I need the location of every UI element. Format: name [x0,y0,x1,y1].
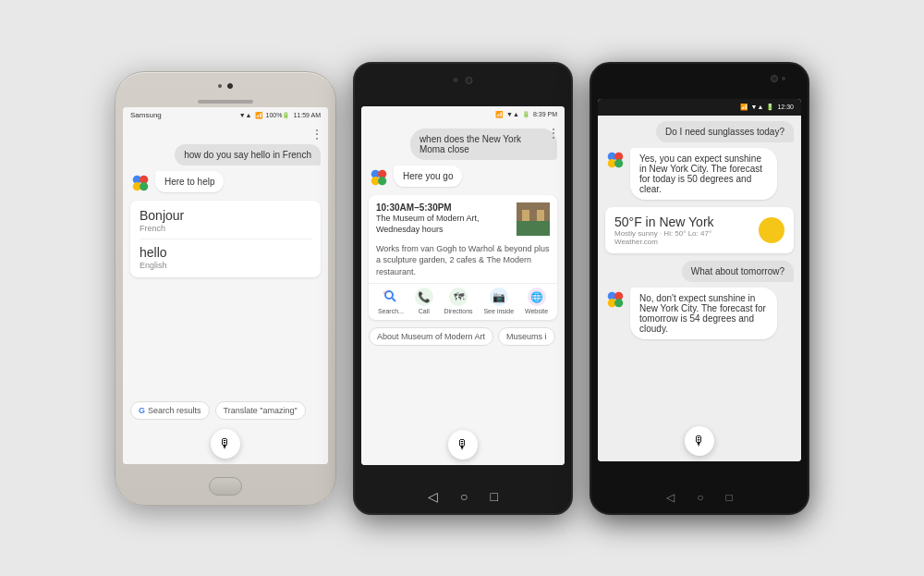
svg-point-7 [378,177,386,185]
nexus-assistant-icon [369,167,389,188]
weather-card: 50°F in New York Mostly sunny · Hi: 50° … [605,207,794,253]
museums-label: Museums i [506,332,547,341]
call-label: Call [419,308,430,314]
see-inside-circle-icon: 📷 [490,288,508,306]
pixel-home-icon[interactable]: ○ [697,491,703,504]
action-see-inside[interactable]: 📷 See inside [483,288,514,314]
svg-line-13 [392,298,395,301]
pixel-recents-icon[interactable]: □ [726,491,733,504]
about-museum-label: About Museum of Modern Art [377,332,485,341]
pixel-a2-text: No, don't expect sunshine in New York Ci… [639,293,766,334]
moma-day-text: Wednesday hours [376,224,511,236]
camera-icon: 📷 [492,291,505,303]
camera-dot-left [454,78,458,82]
pixel-assistant-icon-1 [605,150,626,170]
nexus-wifi-icon: 📶 [495,111,504,118]
moma-description: Works from van Gogh to Warhol & beyond p… [369,243,557,284]
pixel-assistant-bubble-2: No, don't expect sunshine in New York Ci… [630,288,777,339]
nexus-time-label: 8:39 PM [533,111,557,117]
action-search[interactable]: G Search... [378,288,404,314]
action-directions[interactable]: 🗺 Directions [444,288,473,314]
search-results-label: Search results [148,406,201,415]
museums-chip[interactable]: Museums i [498,327,555,346]
nexus-mic-button[interactable]: 🎙 [448,430,478,460]
nexus-user-bubble: when does the New York Moma close [410,129,557,160]
svg-rect-11 [537,210,544,221]
home-nav-icon[interactable]: ○ [460,489,468,504]
pixel-back-icon[interactable]: ◁ [666,491,675,504]
pixel-assistant-wrapper-1: Yes, you can expect sunshine in New York… [605,148,794,200]
pixel-mic-icon: 🎙 [693,434,706,448]
pixel-mic-button[interactable]: 🎙 [685,426,714,456]
nexus-screen: 📶 ▼▲ 🔋 8:39 PM ⋮ when does the New York … [361,106,565,465]
search-circle-icon: G [382,288,400,306]
pixel-signal-icon: ▼▲ [751,104,764,110]
pixel-time-label: 12:30 [777,104,794,110]
search-action-label: Search... [378,308,404,314]
pixel-status-icons: 📶 ▼▲ 🔋 12:30 [740,104,794,111]
mic-button[interactable]: 🎙 [211,429,240,459]
mic-icon: 🎙 [219,436,232,451]
camera-area [218,83,233,89]
nexus-mic-icon: 🎙 [456,437,469,452]
phone-icon: 📞 [418,291,431,303]
translate-button[interactable]: Translate "amazing" [215,401,306,420]
pixel-phone: 📶 ▼▲ 🔋 12:30 Do I need sunglasses today? [590,62,809,515]
svg-rect-9 [517,221,550,236]
status-bar: Samsung ▼▲ 📶 100%🔋 11:59 AM [123,107,328,124]
translate-label: Translate "amazing" [224,406,298,415]
assistant-bubble-wrapper: Here to help [130,171,321,193]
nexus-status-icons: 📶 ▼▲ 🔋 8:39 PM [495,111,557,118]
carrier-label: Samsung [130,111,162,119]
camera-dot [218,84,222,88]
nexus-battery-icon: 🔋 [522,111,530,118]
samsung-phone: Samsung ▼▲ 📶 100%🔋 11:59 AM ⋮ how do you… [115,71,336,506]
weather-desc-text: Mostly sunny · Hi: 50° Lo: 47° [614,229,714,238]
moma-card: 10:30AM–5:30PM The Museum of Modern Art,… [369,195,557,321]
website-label: Website [525,308,548,314]
moma-info-text: 10:30AM–5:30PM The Museum of Modern Art,… [376,202,511,236]
weather-info: 50°F in New York Mostly sunny · Hi: 50° … [614,214,714,246]
action-website[interactable]: 🌐 Website [525,288,548,314]
pixel-q2-text: What about tomorrow? [691,266,784,276]
action-icons-row: G Search... 📞 Call 🗺 [369,283,557,320]
nexus-more-icon[interactable]: ⋮ [548,127,559,140]
svg-point-18 [614,159,623,167]
about-museum-chip[interactable]: About Museum of Modern Art [369,327,493,346]
pixel-battery-icon: 🔋 [766,104,774,111]
pixel-sensor [782,77,785,80]
status-icons: ▼▲ 📶 100%🔋 11:59 AM [239,112,321,119]
signal-icon: ▼▲ [239,112,252,118]
card-divider [140,239,311,239]
moma-hours-top: 10:30AM–5:30PM The Museum of Modern Art,… [369,195,557,243]
nexus-chat-area: when does the New York Moma close Here y… [361,123,565,424]
nexus-nav-bar: ◁ ○ □ [428,489,498,504]
pixel-nav-bar: ◁ ○ □ [666,491,733,504]
home-button[interactable] [209,477,242,496]
nexus-phone: 📶 ▼▲ 🔋 8:39 PM ⋮ when does the New York … [353,62,573,515]
assistant-reply-text: Here to help [164,177,214,187]
call-circle-icon: 📞 [415,288,433,306]
svg-text:G: G [383,290,386,295]
more-icon[interactable]: ⋮ [311,128,322,141]
nexus-query-text: when does the New York Moma close [419,134,521,154]
recents-nav-icon[interactable]: □ [491,489,498,504]
mic-area: 🎙 [123,423,328,464]
g-logo-icon: G [139,406,145,415]
pixel-user-bubble-2: What about tomorrow? [682,261,794,282]
lang-french: French [140,224,311,233]
back-nav-icon[interactable]: ◁ [428,489,438,504]
nexus-mic-area: 🎙 [361,424,565,465]
user-query-text: how do you say hello in French [184,150,311,160]
nexus-signal-icon: ▼▲ [506,111,519,117]
globe-icon: 🌐 [530,291,543,303]
see-inside-label: See inside [483,308,514,314]
time-label: 11:59 AM [293,112,321,118]
action-call[interactable]: 📞 Call [415,288,433,314]
nexus-assistant-text: Here you go [403,171,453,181]
search-results-button[interactable]: G Search results [130,401,210,420]
pixel-mic-area: 🎙 [598,421,801,461]
svg-point-12 [385,291,393,299]
pixel-assistant-wrapper-2: No, don't expect sunshine in New York Ci… [605,288,794,339]
pixel-assistant-bubble-1: Yes, you can expect sunshine in New York… [630,148,777,200]
